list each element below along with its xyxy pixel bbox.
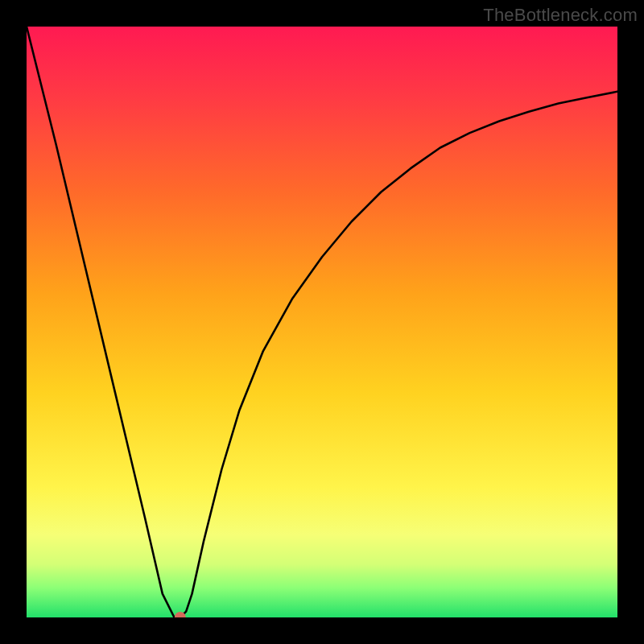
watermark-text: TheBottleneck.com	[483, 5, 638, 26]
bottleneck-curve	[27, 27, 617, 617]
series-line	[27, 27, 617, 617]
plot-area	[27, 27, 617, 617]
chart-frame: TheBottleneck.com	[0, 0, 644, 644]
curve-layer	[27, 27, 617, 617]
